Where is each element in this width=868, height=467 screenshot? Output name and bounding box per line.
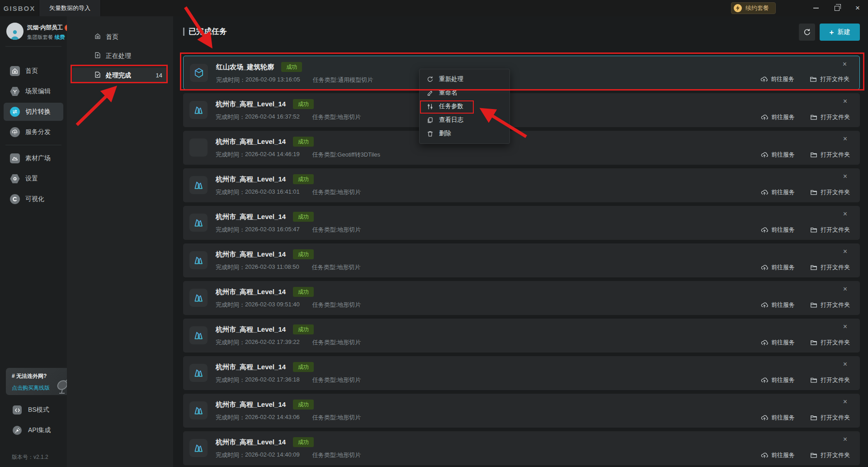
close-icon[interactable]: × bbox=[843, 398, 847, 405]
sidebar-item-scene-edit[interactable]: 场景编辑 bbox=[4, 82, 63, 100]
version-label: 版本号：v2.1.2 bbox=[12, 453, 48, 461]
menu-item-task-params[interactable]: 任务参数 bbox=[420, 100, 509, 113]
title-accent-bar bbox=[183, 28, 184, 36]
goto-service-button[interactable]: 前往服务 bbox=[761, 414, 795, 422]
close-icon[interactable]: × bbox=[843, 98, 847, 105]
goto-service-button[interactable]: 前往服务 bbox=[761, 263, 795, 272]
menu-item-view-log[interactable]: 查看日志 bbox=[420, 113, 509, 127]
lightning-icon bbox=[734, 4, 742, 12]
close-icon[interactable]: × bbox=[843, 361, 847, 368]
restore-icon bbox=[835, 6, 840, 11]
task-row[interactable]: 杭州市_高程_Level_14 成功 完成时间：2026-02-03 11:08… bbox=[183, 243, 860, 277]
task-name: 红山农场_建筑轮廓 bbox=[216, 63, 274, 71]
sidebar-item-bs-mode[interactable]: BS模式 bbox=[0, 402, 67, 418]
task-row[interactable]: 杭州市_高程_Level_14 成功 完成时间：2026-02-03 16:05… bbox=[183, 206, 860, 240]
sidebar-item-api-integration[interactable]: API集成 bbox=[0, 422, 67, 438]
status-badge: 成功 bbox=[293, 362, 314, 372]
close-icon[interactable]: × bbox=[843, 323, 847, 330]
goto-service-button[interactable]: 前往服务 bbox=[761, 226, 795, 234]
status-badge: 成功 bbox=[293, 212, 314, 222]
goto-service-button[interactable]: 前往服务 bbox=[761, 338, 795, 347]
open-folder-button[interactable]: 打开文件夹 bbox=[810, 301, 850, 309]
sidebar-item-visualization[interactable]: 可视化 bbox=[4, 190, 63, 208]
task-row[interactable]: 杭州市_高程_Level_14 成功 完成时间：2026-02-02 14:40… bbox=[183, 431, 860, 465]
task-name: 杭州市_高程_Level_14 bbox=[216, 175, 286, 184]
subnav-item-processing[interactable]: 正在处理 bbox=[72, 47, 168, 65]
task-type-icon bbox=[189, 101, 208, 119]
close-icon[interactable]: × bbox=[843, 436, 847, 443]
open-folder-button[interactable]: 打开文件夹 bbox=[810, 263, 850, 272]
main-panel: 已完成任务 + 新建 红山农场_建筑轮廓 成功 完成时间 bbox=[173, 16, 868, 467]
window-minimize-button[interactable] bbox=[806, 0, 826, 16]
user-block[interactable]: 沉烟-内部员工 集团版套餐 续费 bbox=[6, 23, 71, 41]
open-folder-button[interactable]: 打开文件夹 bbox=[810, 451, 850, 459]
mountains-icon bbox=[10, 153, 20, 163]
goto-service-button[interactable]: 前往服务 bbox=[761, 151, 795, 159]
menu-item-rename[interactable]: 重命名 bbox=[420, 86, 509, 100]
close-icon[interactable]: × bbox=[843, 286, 847, 293]
open-folder-button[interactable]: 打开文件夹 bbox=[810, 376, 850, 384]
open-folder-button[interactable]: 打开文件夹 bbox=[810, 414, 850, 422]
task-meta: 完成时间：2026-02-03 09:51:40 任务类型: 地形切片 bbox=[216, 301, 361, 309]
goto-service-button[interactable]: 前往服务 bbox=[761, 451, 795, 459]
close-icon[interactable]: × bbox=[843, 248, 847, 255]
plus-icon: + bbox=[830, 29, 834, 36]
close-icon[interactable]: × bbox=[843, 61, 847, 68]
close-icon[interactable]: × bbox=[843, 173, 847, 180]
sidebar-item-tile-conversion[interactable]: 切片转换 bbox=[4, 103, 63, 121]
open-folder-button[interactable]: 打开文件夹 bbox=[810, 151, 850, 159]
task-row[interactable]: 杭州市_高程_Level_14 成功 完成时间：2026-02-04 14:46… bbox=[183, 131, 860, 165]
task-row[interactable]: 杭州市_高程_Level_14 成功 完成时间：2026-02-02 14:43… bbox=[183, 394, 860, 428]
task-meta: 完成时间：2026-02-03 16:05:47 任务类型: 地形切片 bbox=[216, 226, 361, 234]
menu-item-reprocess[interactable]: 重新处理 bbox=[420, 72, 509, 86]
open-folder-button[interactable]: 打开文件夹 bbox=[810, 113, 850, 121]
home-outline-icon bbox=[94, 33, 101, 42]
subnav-item-home[interactable]: 首页 bbox=[72, 28, 168, 46]
goto-service-button[interactable]: 前往服务 bbox=[761, 188, 795, 196]
task-type-icon bbox=[189, 326, 208, 344]
task-type-icon bbox=[189, 138, 208, 157]
doc-check-icon bbox=[94, 71, 101, 80]
task-row[interactable]: 杭州市_高程_Level_14 成功 完成时间：2026-02-02 17:39… bbox=[183, 319, 860, 353]
sidebar-item-settings[interactable]: 设置 bbox=[4, 170, 63, 188]
goto-service-button[interactable]: 前往服务 bbox=[761, 301, 795, 309]
titlebar-tab-vector-import[interactable]: 矢量数据的导入 bbox=[39, 0, 101, 16]
titlebar: GISBOX 矢量数据的导入 续约套餐 × bbox=[0, 0, 868, 16]
task-list: 红山农场_建筑轮廓 成功 完成时间：2026-02-09 13:16:05 任务… bbox=[183, 56, 860, 465]
new-task-button[interactable]: + 新建 bbox=[820, 24, 860, 41]
subnav-item-completed[interactable]: 处理完成 14 bbox=[72, 67, 168, 83]
close-icon[interactable]: × bbox=[843, 135, 847, 143]
open-folder-button[interactable]: 打开文件夹 bbox=[810, 226, 850, 234]
status-badge: 成功 bbox=[293, 249, 314, 259]
task-type-icon bbox=[189, 176, 208, 194]
sidebar-item-home[interactable]: 首页 bbox=[4, 62, 63, 80]
task-name: 杭州市_高程_Level_14 bbox=[216, 213, 286, 221]
task-meta: 完成时间：2026-02-09 13:16:05 任务类型: 通用模型切片 bbox=[216, 76, 373, 84]
goto-service-button[interactable]: 前往服务 bbox=[761, 376, 795, 384]
task-row[interactable]: 杭州市_高程_Level_14 成功 完成时间：2026-02-02 17:36… bbox=[183, 356, 860, 390]
status-badge: 成功 bbox=[293, 400, 314, 410]
offline-promo-card: # 无法连外网? 点击购买离线版 ✕ bbox=[6, 368, 76, 395]
close-icon[interactable]: × bbox=[843, 210, 847, 218]
goto-service-button[interactable]: 前往服务 bbox=[760, 75, 794, 83]
task-row[interactable]: 红山农场_建筑轮廓 成功 完成时间：2026-02-09 13:16:05 任务… bbox=[183, 56, 860, 90]
refresh-button[interactable] bbox=[799, 24, 815, 41]
task-name: 杭州市_高程_Level_14 bbox=[216, 138, 286, 146]
sidebar-item-material-plaza[interactable]: 素材广场 bbox=[4, 149, 63, 167]
task-row[interactable]: 杭州市_高程_Level_14 成功 完成时间：2026-02-03 09:51… bbox=[183, 281, 860, 315]
home-icon bbox=[10, 66, 20, 76]
sidebar-item-service-distribution[interactable]: 服务分发 bbox=[4, 123, 63, 141]
open-folder-button[interactable]: 打开文件夹 bbox=[810, 338, 850, 347]
open-folder-button[interactable]: 打开文件夹 bbox=[810, 188, 850, 196]
open-folder-button[interactable]: 打开文件夹 bbox=[810, 75, 849, 83]
task-row[interactable]: 杭州市_高程_Level_14 成功 完成时间：2026-02-03 16:41… bbox=[183, 168, 860, 202]
window-restore-button[interactable] bbox=[826, 0, 847, 16]
window-close-button[interactable]: × bbox=[847, 0, 868, 16]
task-meta: 完成时间：2026-02-02 14:40:09 任务类型: 地形切片 bbox=[216, 451, 361, 459]
task-row[interactable]: 杭州市_高程_Level_14 成功 完成时间：2026-02-04 16:37… bbox=[183, 93, 860, 127]
goto-service-button[interactable]: 前往服务 bbox=[761, 113, 795, 121]
menu-item-delete[interactable]: 删除 bbox=[420, 127, 509, 140]
renew-link[interactable]: 续费 bbox=[55, 34, 65, 40]
task-meta: 完成时间：2026-02-02 14:43:06 任务类型: 地形切片 bbox=[216, 414, 361, 422]
renew-plan-button[interactable]: 续约套餐 bbox=[731, 2, 776, 14]
